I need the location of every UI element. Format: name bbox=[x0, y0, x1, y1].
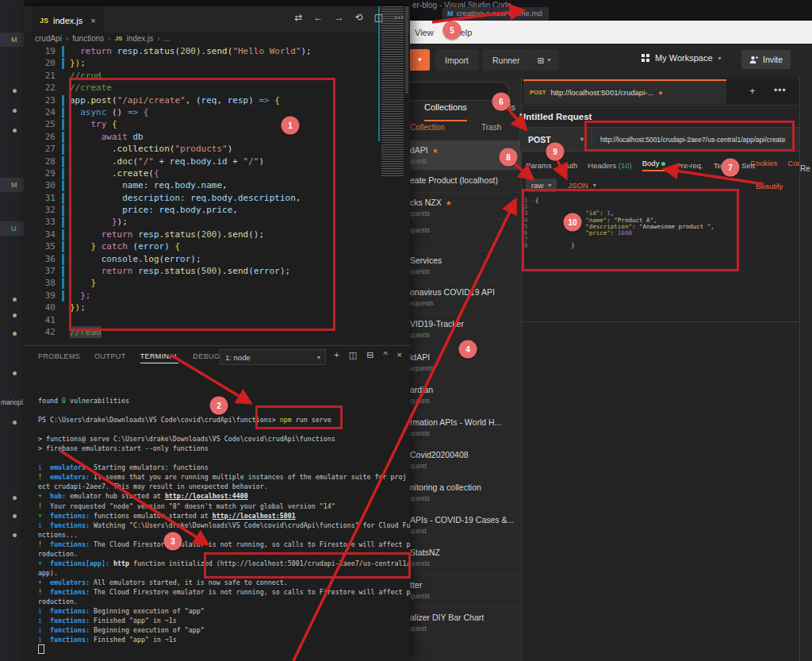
collection-item[interactable]: dAPI★quest bbox=[410, 140, 521, 171]
minimap-slider[interactable] bbox=[405, 6, 408, 94]
menu-view[interactable]: View bbox=[415, 28, 434, 37]
collection-item[interactable]: rmation APIs - World H...quests bbox=[410, 413, 521, 445]
terminal-line: ! emulators: It seems that you are runni… bbox=[38, 472, 403, 482]
code-editor[interactable]: 19 return resp.status(200).send("Hello W… bbox=[24, 45, 410, 345]
menu-help[interactable]: Help bbox=[454, 28, 473, 37]
tab-indexjs[interactable]: JS index.js × bbox=[32, 6, 104, 33]
new-button[interactable]: ▼ bbox=[410, 49, 430, 71]
code-line[interactable]: 32 price: req.body.price, bbox=[24, 204, 410, 216]
code-line[interactable]: 26 await db bbox=[24, 131, 410, 143]
method-select[interactable]: POST ▾ bbox=[519, 127, 592, 152]
kill-terminal-icon[interactable]: ⊟ bbox=[366, 350, 373, 360]
code-line[interactable]: 33 }); bbox=[24, 216, 410, 228]
minimap[interactable] bbox=[381, 6, 404, 177]
collection-item[interactable]: idAPIequests bbox=[410, 348, 521, 380]
code-line[interactable]: 19 return resp.status(200).send("Hello W… bbox=[24, 45, 410, 57]
code-line[interactable]: 41 bbox=[24, 314, 410, 326]
code-line[interactable]: 24 async () => { bbox=[24, 106, 410, 118]
cookies-link[interactable]: Cookies bbox=[750, 159, 777, 167]
tab-headers[interactable]: Headers (10) bbox=[588, 161, 631, 170]
url-input[interactable]: http://localhost:5001/crudapi-2aee7/us-c… bbox=[593, 127, 812, 152]
request-tab[interactable]: POST http://localhost:5001/crudapi-... ● bbox=[523, 79, 726, 104]
tab-prereq[interactable]: Pre-req. bbox=[676, 161, 703, 170]
code-line[interactable]: 40}); bbox=[24, 302, 410, 313]
split-terminal-icon[interactable]: ◫ bbox=[349, 350, 357, 360]
open-new-icon[interactable]: ⊞ ▾ bbox=[529, 49, 559, 71]
collection-item[interactable]: onavirus COVID19 APIequests bbox=[410, 282, 521, 314]
tab-params[interactable]: Params bbox=[526, 161, 552, 170]
collection-item[interactable]: quests bbox=[410, 219, 521, 251]
code-line[interactable]: 30 name: req.body.name, bbox=[24, 179, 410, 191]
breadcrumb[interactable]: crudApi› functions› JS index.js› ... bbox=[35, 34, 170, 43]
import-button[interactable]: Import bbox=[435, 49, 478, 71]
collection-item[interactable]: eate Product (localhost) bbox=[410, 171, 521, 193]
close-panel-icon[interactable]: × bbox=[397, 350, 402, 360]
workspace-switcher[interactable]: My Workspace ▾ bbox=[642, 53, 722, 63]
tab-collections[interactable]: Collections bbox=[424, 102, 467, 121]
tab-body[interactable]: Body bbox=[642, 159, 666, 171]
maximize-panel-icon[interactable]: ^ bbox=[383, 350, 387, 360]
compare-icon[interactable]: ⇄ bbox=[295, 12, 303, 23]
code-line[interactable]: 39 }; bbox=[24, 290, 410, 302]
code-line[interactable]: 20}); bbox=[24, 57, 410, 69]
collection-item[interactable]: cks NZX★quests bbox=[410, 193, 521, 219]
invite-button[interactable]: Invite bbox=[741, 50, 791, 69]
tab-tests[interactable]: Tests bbox=[714, 161, 731, 170]
code-line[interactable]: 37 return resp.status(500).send(error); bbox=[24, 265, 410, 277]
collection-item[interactable]: nitoring a collectionquests bbox=[410, 478, 521, 510]
code-line[interactable]: 25 try { bbox=[24, 118, 410, 130]
tab-apis[interactable]: APIs bbox=[497, 102, 515, 121]
panel-tab-terminal[interactable]: TERMINAL bbox=[140, 352, 179, 363]
code-line[interactable]: 34 return resp.status(200).send(); bbox=[24, 229, 410, 240]
terminal-output[interactable]: found 0 vulnerabilitiesPS C:\Users\drake… bbox=[38, 396, 403, 654]
new-collection-link[interactable]: Collection bbox=[410, 123, 445, 132]
breadcrumb-indexjs[interactable]: index.js bbox=[126, 34, 153, 43]
back-icon[interactable]: ← bbox=[314, 12, 324, 23]
code-line[interactable]: 42//read bbox=[24, 326, 410, 338]
tab-options-icon[interactable]: ••• bbox=[774, 85, 787, 96]
collection-item[interactable]: alizer DIY Bar Chartquest bbox=[410, 608, 521, 640]
close-tab-icon[interactable]: × bbox=[90, 16, 95, 25]
code-line[interactable]: 27 .collection("products") bbox=[24, 143, 410, 155]
body-editor[interactable]: 1 -{23 "id": 1,4 "name": "Product A",5 "… bbox=[524, 198, 794, 250]
code-line[interactable]: 21//crud bbox=[24, 70, 410, 82]
collection-item[interactable]: Covid20200408quest bbox=[410, 445, 521, 478]
breadcrumb-crudapi[interactable]: crudApi bbox=[35, 34, 62, 43]
collection-item[interactable]: VID19-Trackerquests bbox=[410, 314, 521, 348]
new-terminal-icon[interactable]: + bbox=[334, 350, 339, 360]
raw-mode-select[interactable]: raw ▾ bbox=[526, 179, 557, 192]
collection-item[interactable]: Servicesquests bbox=[410, 251, 521, 282]
terminal-token: functions: bbox=[50, 626, 90, 634]
code-line[interactable]: 22//create bbox=[24, 82, 410, 94]
code-token bbox=[70, 132, 102, 142]
terminal-shell-select[interactable]: 1: node ▾ bbox=[220, 349, 326, 365]
code-line[interactable]: 35 } catch (error) { bbox=[24, 240, 410, 252]
body-line[interactable]: 8 } bbox=[524, 243, 794, 249]
history-icon[interactable]: ⟲ bbox=[355, 12, 363, 23]
breadcrumb-more[interactable]: ... bbox=[164, 34, 170, 43]
collection-item[interactable]: StatsNZquests bbox=[410, 543, 521, 575]
code-line[interactable]: 38 } bbox=[24, 277, 410, 289]
favorite-star-icon[interactable]: ★ bbox=[446, 199, 452, 207]
body-type-select[interactable]: JSON ▾ bbox=[568, 181, 596, 190]
panel-tab-problems[interactable]: PROBLEMS bbox=[38, 352, 80, 363]
trash-link[interactable]: Trash bbox=[481, 123, 501, 132]
runner-button[interactable]: Runner bbox=[483, 49, 529, 71]
tab-auth[interactable]: Auth bbox=[562, 161, 578, 170]
new-tab-button[interactable]: + bbox=[749, 85, 756, 97]
body-line[interactable]: 1 -{ bbox=[524, 198, 794, 204]
body-line[interactable]: 6 "price": 1000 bbox=[524, 230, 794, 236]
code-line[interactable]: 23app.post("/api/create", (req, resp) =>… bbox=[24, 94, 410, 106]
forward-icon[interactable]: → bbox=[335, 12, 344, 23]
code-line[interactable]: 31 description: req.body.description, bbox=[24, 192, 410, 204]
collection-item[interactable]: ardianquests bbox=[410, 380, 521, 413]
code-line[interactable]: 28 .doc("/" + req.body.id + "/") bbox=[24, 156, 410, 167]
collection-item[interactable]: APIs - COVID-19 Cases &...quest bbox=[410, 510, 521, 543]
breadcrumb-functions[interactable]: functions bbox=[72, 34, 104, 43]
panel-tab-output[interactable]: OUTPUT bbox=[94, 352, 125, 363]
beautify-link[interactable]: Beautify bbox=[756, 182, 783, 190]
code-line[interactable]: 36 console.log(error); bbox=[24, 253, 410, 265]
code-line[interactable]: 29 .create({ bbox=[24, 167, 410, 179]
collection-item[interactable]: tterquests bbox=[410, 575, 521, 608]
favorite-star-icon[interactable]: ★ bbox=[432, 147, 439, 155]
